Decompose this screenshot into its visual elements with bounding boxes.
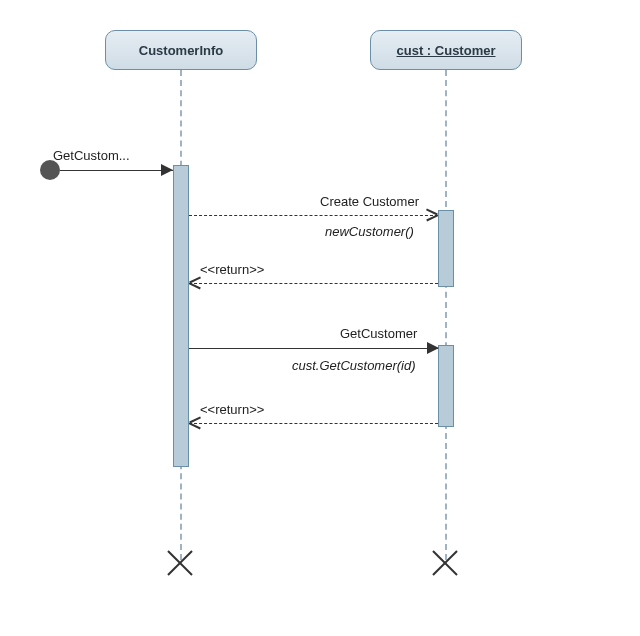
message-get-label: GetCustomer xyxy=(340,326,417,341)
message-get-sublabel: cust.GetCustomer(id) xyxy=(292,358,416,373)
sequence-diagram: CustomerInfo cust : Customer GetCustom..… xyxy=(0,0,640,636)
participant-customerinfo: CustomerInfo xyxy=(105,30,257,70)
activation-customer-create xyxy=(438,210,454,287)
message-return1-label: <<return>> xyxy=(200,262,264,277)
activation-customer-get xyxy=(438,345,454,427)
lifeline-customer xyxy=(445,70,447,560)
arrow-icon xyxy=(427,342,439,354)
activation-customerinfo xyxy=(173,165,189,467)
participant-customer: cust : Customer xyxy=(370,30,522,70)
arrow-icon xyxy=(161,164,173,176)
destruction-icon xyxy=(430,548,460,578)
participant-label: CustomerInfo xyxy=(139,43,224,58)
message-create xyxy=(189,215,438,216)
message-create-label: Create Customer xyxy=(320,194,419,209)
destruction-icon xyxy=(165,548,195,578)
message-return1 xyxy=(189,283,438,284)
message-get xyxy=(189,348,438,349)
message-create-sublabel: newCustomer() xyxy=(325,224,414,239)
message-found xyxy=(60,170,173,171)
message-return2 xyxy=(189,423,438,424)
participant-label: cust : Customer xyxy=(397,43,496,58)
message-return2-label: <<return>> xyxy=(200,402,264,417)
message-found-label: GetCustom... xyxy=(53,148,130,163)
found-message-origin-icon xyxy=(40,160,60,180)
